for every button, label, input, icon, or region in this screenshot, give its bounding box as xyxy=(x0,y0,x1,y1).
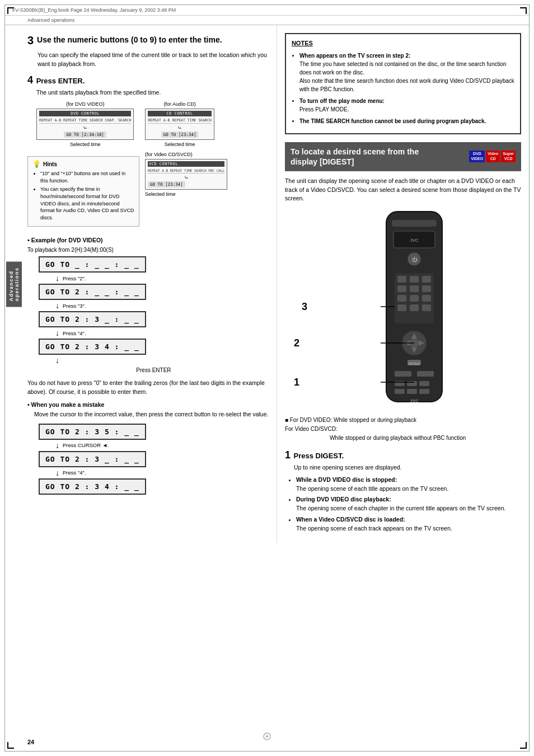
advanced-tab: Advancedoperations xyxy=(6,261,22,307)
playback-dvd-line: ■ For DVD VIDEO: While stopped or during… xyxy=(285,417,416,423)
page-frame: XV-S300BK(B)_Eng.book Page 24 Wednesday,… xyxy=(4,4,530,752)
cd-screen-box: CD CONTROL REPEAT A-B REPEAT TIME SEARCH… xyxy=(145,109,214,140)
svg-rect-9 xyxy=(422,276,431,283)
mistake-arrow-icon-1: ↓ xyxy=(55,441,59,450)
dvd-row1-text: REPEAT A-B REPEAT TIME SEARCH CHAP. SEAR… xyxy=(39,118,131,123)
svg-rect-33 xyxy=(407,389,417,394)
mistake-arrow-1: ↓ Press CURSOR ◄. xyxy=(55,441,269,450)
goto-box-3: GO TO 2 : 3 _ : _ _ xyxy=(39,311,146,327)
digest-heading-line2: display [DIGEST] xyxy=(291,157,354,166)
svg-rect-17 xyxy=(410,304,419,311)
body-text-1: You do not have to press "0" to enter th… xyxy=(27,379,269,397)
svg-text:JVC: JVC xyxy=(410,238,418,243)
notes-item-1-text2: Also note that the time search function … xyxy=(299,78,514,92)
example-heading: • Example (for DVD VIDEO) xyxy=(27,237,269,243)
digest-section-heading: To locate a desired scene from the displ… xyxy=(285,142,521,171)
digest-body: The unit can display the opening scene o… xyxy=(285,177,521,203)
mistake-goto-text-1: GO TO 2 : 3 5 : _ _ xyxy=(45,428,139,436)
right-step1-heading: 1 Press DIGEST. xyxy=(285,449,521,461)
vcd-screen-box: VCD CONTROL REPEAT A-B REPEAT TIME SEARC… xyxy=(145,159,227,190)
step3-text: Use the numeric buttons (0 to 9) to ente… xyxy=(37,35,222,44)
bullet-dot-2: • xyxy=(27,401,31,408)
bottom-center-decoration xyxy=(263,732,271,742)
digest-bullet-1-text: The opening scene of each title appears … xyxy=(296,485,448,492)
cd-screen-label: (for Audio CD) xyxy=(145,101,214,107)
svg-rect-7 xyxy=(397,276,406,283)
notes-item-2-bold: To turn off the play mode menu: xyxy=(299,98,385,104)
hints-vcd-row: 💡 Hints "10" and "+10" buttons are not u… xyxy=(27,152,269,231)
svg-rect-27 xyxy=(395,371,411,377)
digest-heading-line1: To locate a desired scene from the xyxy=(291,147,419,156)
goto-arrow-icon-3: ↓ xyxy=(55,328,59,337)
dvd-goto-display: GO TO │2:34:10│ xyxy=(64,132,106,138)
svg-text:JVC: JVC xyxy=(410,398,419,403)
vcd-screen-label: (for Video CD/SVCD) xyxy=(145,152,193,157)
step4-body: The unit starts playback from the specif… xyxy=(36,88,269,97)
hints-title: 💡 Hints xyxy=(32,160,134,168)
notes-list: When appears on the TV screen in step 2:… xyxy=(292,51,514,125)
svg-point-40 xyxy=(266,735,268,738)
cd-seek-icon: ⤿ xyxy=(148,125,212,130)
svg-rect-12 xyxy=(422,285,431,292)
vcd-screen-header: VCD CONTROL xyxy=(148,161,224,167)
notes-item-1-bold: When appears on the TV screen in step 2: xyxy=(299,53,410,59)
mistake-goto-box-1: GO TO 2 : 3 5 : _ _ xyxy=(39,424,146,440)
remote-diagram-area: 3 2 1 JVC ⏻ xyxy=(285,209,521,410)
mistake-heading: • When you make a mistake xyxy=(27,401,269,408)
step4-text: Press ENTER. xyxy=(36,77,85,85)
goto-arrow-3: ↓ Press "4". xyxy=(55,328,269,337)
mistake-goto-steps: GO TO 2 : 3 5 : _ _ ↓ Press CURSOR ◄. GO… xyxy=(39,424,269,495)
callout-number-3: 3 xyxy=(302,301,307,313)
vcd-screen-wrapper: (for Video CD/SVCD) VCD CONTROL REPEAT A… xyxy=(145,152,227,231)
step3-body: You can specify the elapsed time of the … xyxy=(38,51,269,69)
mistake-press-1: Press CURSOR ◄. xyxy=(63,442,109,448)
digest-bullet-1: While a DVD VIDEO disc is stopped: The o… xyxy=(296,476,521,494)
mistake-arrow-icon-2: ↓ xyxy=(55,468,59,477)
badge-svcd: SuperVCD xyxy=(501,151,516,162)
right-step1-body: Up to nine opening scenes are displayed. xyxy=(294,463,521,472)
goto-press-2: Press "3". xyxy=(63,303,86,309)
hints-item-1: "10" and "+10" buttons are not used in t… xyxy=(40,170,134,184)
svg-rect-32 xyxy=(395,389,405,394)
digest-bullet-list: While a DVD VIDEO disc is stopped: The o… xyxy=(285,476,521,533)
svg-rect-28 xyxy=(417,371,434,377)
right-step1-number: 1 xyxy=(285,449,291,461)
step3-heading: 3 Use the numeric buttons (0 to 9) to en… xyxy=(27,33,269,48)
page-content: Advancedoperations 3 Use the numeric but… xyxy=(5,25,529,543)
digest-heading-text: To locate a desired scene from the displ… xyxy=(291,147,419,167)
playback-vcd-body: While stopped or during playback without… xyxy=(330,434,521,443)
press-enter-line: Press ENTER xyxy=(39,367,269,373)
goto-box-2: GO TO 2 : _ _ : _ _ xyxy=(39,284,146,300)
cd-row1-text: REPEAT A-B REPEAT TIME SEARCH xyxy=(148,118,212,123)
goto-arrow-icon-2: ↓ xyxy=(55,301,59,310)
notes-item-2: To turn off the play mode menu: Press PL… xyxy=(299,97,514,114)
dvd-screen-item: (for DVD VIDEO) DVD CONTROL REPEAT A-B R… xyxy=(36,101,134,147)
goto-arrow-2: ↓ Press "3". xyxy=(55,301,269,310)
digest-bullet-2: During DVD VIDEO disc playback: The open… xyxy=(296,495,521,513)
svg-rect-10 xyxy=(397,285,406,292)
step3-number: 3 xyxy=(27,34,34,46)
goto-arrow-4: ↓ xyxy=(55,356,269,365)
remote-control-svg: JVC ⏻ xyxy=(367,209,462,410)
cd-screen-caption: Selected time xyxy=(145,142,214,147)
corner-bl xyxy=(7,742,14,749)
svg-rect-18 xyxy=(422,304,431,311)
notes-title: NOTES xyxy=(292,39,514,48)
playback-vcd-line: For Video CD/SVCD: xyxy=(285,426,338,432)
page-header: XV-S300BK(B)_Eng.book Page 24 Wednesday,… xyxy=(5,5,529,16)
notes-item-3: The TIME SEARCH function cannot be used … xyxy=(299,117,514,125)
cd-screen-item: (for Audio CD) CD CONTROL REPEAT A-B REP… xyxy=(145,101,214,147)
svg-rect-15 xyxy=(422,295,431,302)
screen-row-1: (for DVD VIDEO) DVD CONTROL REPEAT A-B R… xyxy=(36,101,269,147)
dvd-screen-box: DVD CONTROL REPEAT A-B REPEAT TIME SEARC… xyxy=(36,109,134,140)
vcd-screen-row1: REPEAT A-B REPEAT TIME SEARCH PBC CALL xyxy=(148,168,224,173)
disc-badges: DVDVIDEO VideoCD SuperVCD xyxy=(469,151,516,162)
svg-rect-14 xyxy=(410,295,419,302)
breadcrumb: Advanced operations xyxy=(5,16,529,25)
notes-item-1-text: The time you have selected is not contai… xyxy=(299,61,507,76)
goto-box-4-text: GO TO 2 : 3 4 : _ _ xyxy=(45,342,139,351)
mistake-goto-box-3: GO TO 2 : 3 4 : _ _ xyxy=(39,478,146,495)
vcd-seek-icon: ⤿ xyxy=(148,175,224,180)
svg-rect-8 xyxy=(410,276,419,283)
digest-bullet-3: When a Video CD/SVCD disc is loaded: The… xyxy=(296,515,521,533)
